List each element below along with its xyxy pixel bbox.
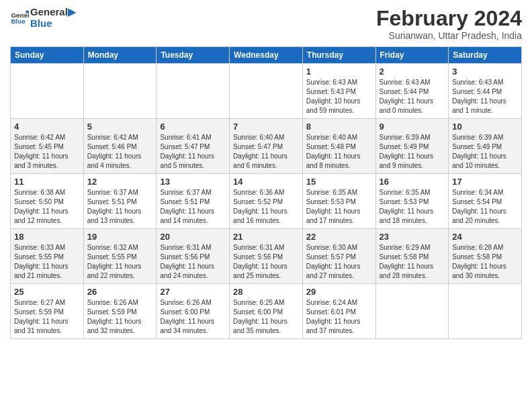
table-row [157, 64, 230, 119]
day-info: Sunrise: 6:43 AM Sunset: 5:43 PM Dayligh… [306, 78, 372, 116]
day-info: Sunrise: 6:35 AM Sunset: 5:53 PM Dayligh… [306, 188, 372, 226]
day-info: Sunrise: 6:40 AM Sunset: 5:47 PM Dayligh… [233, 133, 299, 171]
table-row: 27Sunrise: 6:26 AM Sunset: 6:00 PM Dayli… [157, 284, 230, 339]
day-number: 3 [452, 66, 518, 77]
table-row: 20Sunrise: 6:31 AM Sunset: 5:56 PM Dayli… [157, 229, 230, 284]
day-number: 5 [87, 122, 153, 132]
title-block: February 2024 Surianwan, Uttar Pradesh, … [376, 7, 522, 41]
day-number: 28 [233, 287, 299, 297]
day-info: Sunrise: 6:35 AM Sunset: 5:53 PM Dayligh… [380, 188, 445, 226]
table-row: 18Sunrise: 6:33 AM Sunset: 5:55 PM Dayli… [11, 229, 84, 284]
day-info: Sunrise: 6:26 AM Sunset: 5:59 PM Dayligh… [87, 298, 153, 336]
table-row: 25Sunrise: 6:27 AM Sunset: 5:59 PM Dayli… [11, 284, 84, 339]
table-row: 8Sunrise: 6:40 AM Sunset: 5:48 PM Daylig… [302, 119, 375, 174]
day-info: Sunrise: 6:37 AM Sunset: 5:51 PM Dayligh… [87, 188, 153, 226]
day-number: 2 [380, 66, 445, 77]
table-row: 5Sunrise: 6:42 AM Sunset: 5:46 PM Daylig… [83, 119, 157, 174]
day-number: 7 [233, 122, 299, 132]
day-info: Sunrise: 6:28 AM Sunset: 5:58 PM Dayligh… [452, 243, 518, 281]
day-number: 11 [14, 177, 80, 187]
calendar-week-row: 11Sunrise: 6:38 AM Sunset: 5:50 PM Dayli… [11, 174, 522, 229]
table-row: 13Sunrise: 6:37 AM Sunset: 5:51 PM Dayli… [157, 174, 230, 229]
table-row: 26Sunrise: 6:26 AM Sunset: 5:59 PM Dayli… [83, 284, 157, 339]
day-number: 26 [87, 287, 153, 297]
col-saturday: Saturday [449, 47, 522, 64]
day-number: 9 [380, 122, 445, 132]
col-monday: Monday [83, 47, 157, 64]
day-info: Sunrise: 6:29 AM Sunset: 5:58 PM Dayligh… [380, 243, 445, 281]
day-info: Sunrise: 6:39 AM Sunset: 5:49 PM Dayligh… [380, 133, 445, 171]
table-row: 15Sunrise: 6:35 AM Sunset: 5:53 PM Dayli… [302, 174, 375, 229]
table-row [375, 284, 449, 339]
table-row: 9Sunrise: 6:39 AM Sunset: 5:49 PM Daylig… [375, 119, 449, 174]
table-row: 22Sunrise: 6:30 AM Sunset: 5:57 PM Dayli… [302, 229, 375, 284]
calendar-week-row: 18Sunrise: 6:33 AM Sunset: 5:55 PM Dayli… [11, 229, 522, 284]
day-info: Sunrise: 6:33 AM Sunset: 5:55 PM Dayligh… [14, 243, 80, 281]
day-number: 12 [87, 177, 153, 187]
day-number: 1 [306, 66, 372, 77]
table-row: 4Sunrise: 6:42 AM Sunset: 5:45 PM Daylig… [11, 119, 84, 174]
table-row: 7Sunrise: 6:40 AM Sunset: 5:47 PM Daylig… [230, 119, 303, 174]
day-info: Sunrise: 6:36 AM Sunset: 5:52 PM Dayligh… [233, 188, 299, 226]
logo-line2: Blue [30, 18, 76, 30]
day-number: 15 [306, 177, 372, 187]
table-row: 11Sunrise: 6:38 AM Sunset: 5:50 PM Dayli… [11, 174, 84, 229]
day-number: 4 [14, 122, 80, 132]
table-row [83, 64, 157, 119]
day-number: 27 [160, 287, 226, 297]
calendar-week-row: 4Sunrise: 6:42 AM Sunset: 5:45 PM Daylig… [11, 119, 522, 174]
table-row: 3Sunrise: 6:43 AM Sunset: 5:44 PM Daylig… [449, 64, 522, 119]
table-row [449, 284, 522, 339]
day-info: Sunrise: 6:26 AM Sunset: 6:00 PM Dayligh… [160, 298, 226, 336]
table-row: 14Sunrise: 6:36 AM Sunset: 5:52 PM Dayli… [230, 174, 303, 229]
day-number: 6 [160, 122, 226, 132]
col-friday: Friday [375, 47, 449, 64]
table-row [11, 64, 84, 119]
day-number: 29 [306, 287, 372, 297]
table-row: 1Sunrise: 6:43 AM Sunset: 5:43 PM Daylig… [302, 64, 375, 119]
day-number: 17 [452, 177, 518, 187]
day-number: 18 [14, 232, 80, 242]
main-title: February 2024 [376, 7, 522, 30]
table-row: 19Sunrise: 6:32 AM Sunset: 5:55 PM Dayli… [83, 229, 157, 284]
day-info: Sunrise: 6:41 AM Sunset: 5:47 PM Dayligh… [160, 133, 226, 171]
table-row: 24Sunrise: 6:28 AM Sunset: 5:58 PM Dayli… [449, 229, 522, 284]
day-info: Sunrise: 6:39 AM Sunset: 5:49 PM Dayligh… [452, 133, 518, 171]
day-info: Sunrise: 6:25 AM Sunset: 6:00 PM Dayligh… [233, 298, 299, 336]
table-row: 12Sunrise: 6:37 AM Sunset: 5:51 PM Dayli… [83, 174, 157, 229]
day-info: Sunrise: 6:37 AM Sunset: 5:51 PM Dayligh… [160, 188, 226, 226]
logo-line1: General▶ [30, 7, 76, 18]
day-info: Sunrise: 6:34 AM Sunset: 5:54 PM Dayligh… [452, 188, 518, 226]
col-tuesday: Tuesday [157, 47, 230, 64]
header: General Blue General▶ Blue February 2024… [10, 7, 522, 41]
day-info: Sunrise: 6:24 AM Sunset: 6:01 PM Dayligh… [306, 298, 372, 336]
col-wednesday: Wednesday [230, 47, 303, 64]
col-sunday: Sunday [11, 47, 84, 64]
day-number: 13 [160, 177, 226, 187]
day-info: Sunrise: 6:38 AM Sunset: 5:50 PM Dayligh… [14, 188, 80, 226]
calendar-week-row: 25Sunrise: 6:27 AM Sunset: 5:59 PM Dayli… [11, 284, 522, 339]
col-thursday: Thursday [302, 47, 375, 64]
table-row: 23Sunrise: 6:29 AM Sunset: 5:58 PM Dayli… [375, 229, 449, 284]
day-info: Sunrise: 6:30 AM Sunset: 5:57 PM Dayligh… [306, 243, 372, 281]
day-number: 23 [380, 232, 445, 242]
subtitle: Surianwan, Uttar Pradesh, India [376, 30, 522, 41]
day-number: 14 [233, 177, 299, 187]
day-info: Sunrise: 6:42 AM Sunset: 5:45 PM Dayligh… [14, 133, 80, 171]
day-info: Sunrise: 6:31 AM Sunset: 5:56 PM Dayligh… [160, 243, 226, 281]
day-number: 19 [87, 232, 153, 242]
calendar-week-row: 1Sunrise: 6:43 AM Sunset: 5:43 PM Daylig… [11, 64, 522, 119]
table-row: 29Sunrise: 6:24 AM Sunset: 6:01 PM Dayli… [302, 284, 375, 339]
logo-icon: General Blue [10, 9, 29, 28]
svg-text:Blue: Blue [11, 17, 26, 25]
logo: General Blue General▶ Blue [10, 7, 76, 29]
day-number: 24 [452, 232, 518, 242]
day-info: Sunrise: 6:43 AM Sunset: 5:44 PM Dayligh… [452, 78, 518, 116]
calendar-header-row: Sunday Monday Tuesday Wednesday Thursday… [11, 47, 522, 64]
day-number: 10 [452, 122, 518, 132]
table-row: 28Sunrise: 6:25 AM Sunset: 6:00 PM Dayli… [230, 284, 303, 339]
day-number: 25 [14, 287, 80, 297]
day-info: Sunrise: 6:27 AM Sunset: 5:59 PM Dayligh… [14, 298, 80, 336]
day-number: 21 [233, 232, 299, 242]
table-row: 6Sunrise: 6:41 AM Sunset: 5:47 PM Daylig… [157, 119, 230, 174]
